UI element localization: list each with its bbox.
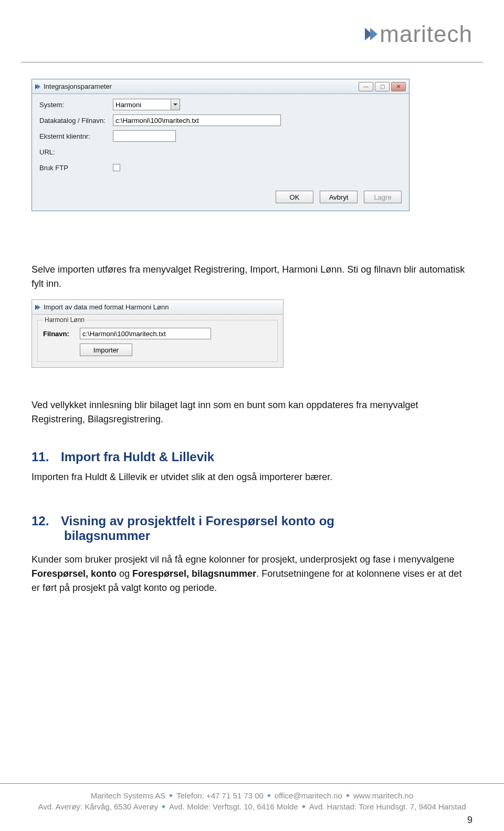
datakatalog-label: Datakatalog / Filnavn: — [39, 117, 113, 124]
system-label: System: — [39, 101, 113, 109]
fieldset-legend: Harmoni Lønn — [43, 316, 86, 324]
datakatalog-input[interactable] — [113, 115, 281, 126]
ok-button[interactable]: OK — [276, 191, 313, 203]
logo-icon — [365, 28, 375, 40]
chevron-down-icon — [173, 103, 177, 106]
heading-title-line1: Visning av prosjektfelt i Forespørsel ko… — [61, 514, 334, 528]
lagre-button[interactable]: Lagre — [364, 191, 402, 203]
heading-number: 12. — [32, 514, 61, 528]
text-bold: Forespørsel, konto — [32, 568, 117, 579]
dialog-title: Integrasjonsparameter — [44, 82, 112, 90]
app-icon — [35, 305, 40, 310]
titlebar: Import av data med format Harmoni Lønn — [32, 300, 283, 315]
brukftp-label: Bruk FTP — [39, 164, 113, 172]
heading-title-line2: bilagsnummer — [64, 528, 150, 543]
maximize-button[interactable]: ▢ — [375, 82, 390, 91]
text: og — [117, 568, 132, 579]
separator-icon — [162, 805, 165, 808]
integration-params-dialog: Integrasjonsparameter — ▢ ✕ System: Data… — [32, 79, 410, 211]
footer-email: office@maritech.no — [275, 791, 342, 800]
header-divider — [21, 62, 483, 63]
page-footer: Maritech Systems AS Telefon: +47 71 51 7… — [0, 783, 504, 831]
footer-addr2: Avd. Molde: Verftsgt. 10, 6416 Molde — [169, 802, 298, 811]
eksternt-label: Eksternt klientnr: — [39, 132, 113, 140]
heading-title: Import fra Huldt & Lillevik — [61, 450, 214, 464]
heading-12: 12.Visning av prosjektfelt i Forespørsel… — [32, 514, 472, 543]
text: Kunder som bruker prosjekt vil nå få egn… — [32, 554, 454, 565]
close-button[interactable]: ✕ — [391, 82, 406, 91]
separator-icon — [169, 794, 173, 797]
system-combo-button[interactable] — [171, 99, 180, 110]
dialog-title: Import av data med format Harmoni Lønn — [44, 303, 169, 311]
import-dialog: Import av data med format Harmoni Lønn H… — [32, 299, 284, 368]
text-bold: Forespørsel, bilagsnummer — [132, 568, 256, 579]
heading-number: 11. — [32, 450, 61, 464]
paragraph-huldt-lillevik: Importen fra Huldt & Lillevik er utvidet… — [32, 470, 472, 484]
footer-web: www.maritech.no — [353, 791, 413, 800]
separator-icon — [302, 805, 306, 808]
logo-text: maritech — [380, 21, 472, 47]
separator-icon — [346, 794, 350, 797]
footer-company: Maritech Systems AS — [91, 791, 166, 800]
footer-addr1: Avd. Averøy: Kårvåg, 6530 Averøy — [38, 802, 158, 811]
titlebar: Integrasjonsparameter — ▢ ✕ — [32, 79, 409, 94]
brukftp-checkbox[interactable] — [113, 164, 120, 171]
filnavn-label: Filnavn: — [43, 330, 75, 338]
paragraph-successful-import: Ved vellykket innlesning blir bilaget la… — [32, 398, 472, 427]
paragraph-project-fields: Kunder som bruker prosjekt vil nå få egn… — [32, 553, 472, 595]
paragraph-import-description: Selve importen utføres fra menyvalget Re… — [32, 263, 472, 291]
separator-icon — [267, 794, 271, 797]
heading-11: 11.Import fra Huldt & Lillevik — [32, 450, 472, 464]
app-icon — [35, 84, 40, 89]
importer-button[interactable]: Importer — [80, 344, 132, 356]
system-combo-input[interactable] — [113, 99, 171, 110]
eksternt-input[interactable] — [113, 130, 176, 142]
filnavn-input[interactable] — [80, 328, 211, 339]
brand-logo: maritech — [365, 21, 472, 47]
minimize-button[interactable]: — — [359, 82, 373, 91]
url-label: URL: — [39, 148, 113, 156]
avbryt-button[interactable]: Avbryt — [320, 191, 358, 203]
page-number: 9 — [467, 815, 472, 826]
footer-addr3: Avd. Harstad: Tore Hundsgt. 7, 9404 Hars… — [309, 802, 466, 811]
footer-tel: Telefon: +47 71 51 73 00 — [176, 791, 264, 800]
